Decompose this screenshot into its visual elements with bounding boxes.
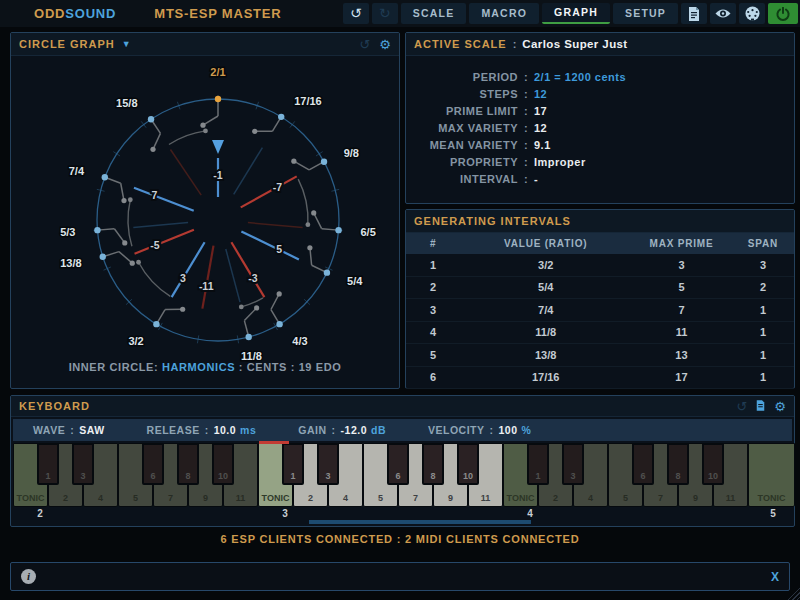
black-key-10[interactable]: 10	[212, 443, 234, 485]
note-dot[interactable]	[276, 321, 282, 327]
control-colon: :	[332, 424, 336, 436]
key-label: 4	[588, 493, 593, 503]
note-dot[interactable]	[153, 321, 159, 327]
control-release[interactable]: RELEASE:10.0ms	[147, 424, 257, 436]
scale-property-row: INTERVAL:-	[406, 170, 794, 187]
arc-end-dot	[305, 222, 310, 227]
table-cell: 1	[406, 259, 460, 271]
position-marker[interactable]	[212, 140, 224, 154]
faint-spoke	[170, 150, 201, 196]
tab-scale[interactable]: SCALE	[401, 3, 467, 24]
table-row[interactable]: 37/471	[406, 299, 794, 322]
note-dot[interactable]	[278, 114, 284, 120]
black-key-6[interactable]: 6	[142, 443, 164, 485]
logo-odd: ODD	[34, 6, 65, 21]
keyboard-scrollbar[interactable]	[309, 520, 531, 524]
note-inner-dot	[180, 307, 185, 312]
key-label: 5	[133, 493, 138, 503]
circle-graph[interactable]: -1-75-3-113-572/117/169/86/55/44/311/83/…	[11, 56, 397, 368]
tab-macro[interactable]: MACRO	[469, 3, 539, 24]
document-icon[interactable]	[681, 3, 707, 24]
note-dot[interactable]	[324, 269, 330, 275]
spoke-label: -1	[213, 169, 222, 181]
table-cell: 3	[732, 259, 794, 271]
main-tabs: SCALEMACROGRAPHSETUP	[401, 3, 678, 24]
control-wave[interactable]: WAVE:SAW	[33, 424, 105, 436]
note-dot[interactable]	[148, 116, 154, 122]
note-ratio-label: 5/3	[60, 226, 75, 238]
close-icon[interactable]: X	[771, 570, 779, 584]
black-key-1[interactable]: 1	[282, 443, 304, 485]
circle-graph-title: CIRCLE GRAPH	[19, 38, 115, 50]
property-value: 12	[534, 122, 547, 134]
octave-number: 4	[527, 508, 533, 519]
oddsound-logo: ODDSOUND	[34, 6, 116, 21]
table-cell: 7	[631, 304, 732, 316]
black-key-10[interactable]: 10	[702, 443, 724, 485]
black-key-10[interactable]: 10	[457, 443, 479, 485]
keyboard-reset-icon[interactable]: ↺	[736, 400, 747, 413]
black-key-8[interactable]: 8	[422, 443, 444, 485]
black-key-3[interactable]: 3	[317, 443, 339, 485]
eye-icon[interactable]	[710, 3, 736, 24]
control-velocity[interactable]: VELOCITY:100%	[428, 424, 531, 436]
note-dot[interactable]	[100, 254, 106, 260]
active-scale-panel: ACTIVE SCALE : Carlos Super Just PERIOD:…	[405, 32, 795, 204]
power-icon[interactable]	[768, 3, 798, 24]
table-cell: 5	[631, 281, 732, 293]
note-dot[interactable]	[102, 174, 108, 180]
tab-setup[interactable]: SETUP	[613, 3, 678, 24]
table-row[interactable]: 411/8111	[406, 322, 794, 345]
property-label: PRIME LIMIT	[406, 105, 518, 117]
keyboard-document-icon[interactable]	[756, 400, 765, 413]
black-key-3[interactable]: 3	[562, 443, 584, 485]
column-header: MAX PRIME	[631, 238, 732, 249]
scale-property-row: PERIOD:2/1 = 1200 cents	[406, 68, 794, 85]
table-row[interactable]: 617/16171	[406, 367, 794, 390]
black-key-8[interactable]: 8	[667, 443, 689, 485]
key-label: TONIC	[262, 493, 290, 503]
black-key-6[interactable]: 6	[387, 443, 409, 485]
white-key-tonic[interactable]: TONIC	[748, 443, 795, 507]
table-cell: 11	[631, 326, 732, 338]
black-key-1[interactable]: 1	[37, 443, 59, 485]
note-dot[interactable]	[321, 159, 327, 165]
keyboard-gear-icon[interactable]: ⚙	[774, 400, 786, 413]
midi-icon[interactable]	[739, 3, 765, 24]
intervals-table-header: #VALUE (RATIO)MAX PRIMESPAN	[406, 233, 794, 254]
key-label: 8	[185, 471, 190, 481]
active-scale-header: ACTIVE SCALE : Carlos Super Just	[406, 33, 794, 56]
table-row[interactable]: 25/452	[406, 277, 794, 300]
note-inner-dot	[307, 245, 312, 250]
table-row[interactable]: 13/233	[406, 254, 794, 277]
table-row[interactable]: 513/8131	[406, 344, 794, 367]
note-dot[interactable]	[335, 227, 341, 233]
undo-icon[interactable]: ↺	[343, 3, 369, 24]
active-scale-name: Carlos Super Just	[522, 38, 627, 50]
key-label: 9	[203, 493, 208, 503]
note-dot[interactable]	[215, 96, 221, 102]
control-colon: :	[205, 424, 209, 436]
mts-esp-master-window: ODDSOUND MTS-ESP MASTER ↺ ↻ SCALEMACROGR…	[0, 0, 800, 600]
note-ratio-label: 9/8	[344, 147, 359, 159]
keyboard-controls: WAVE:SAWRELEASE:10.0msGAIN:-12.0dBVELOCI…	[13, 419, 792, 441]
control-gain[interactable]: GAIN:-12.0dB	[298, 424, 386, 436]
chevron-down-icon[interactable]: ▼	[122, 39, 131, 49]
note-dot[interactable]	[246, 334, 252, 340]
interval-arc	[169, 131, 205, 145]
property-colon: :	[518, 139, 534, 151]
gear-icon[interactable]: ⚙	[379, 38, 391, 51]
logo-sound: SOUND	[65, 6, 116, 21]
table-cell: 6	[406, 371, 460, 383]
black-key-1[interactable]: 1	[527, 443, 549, 485]
note-dot[interactable]	[94, 227, 100, 233]
black-key-6[interactable]: 6	[632, 443, 654, 485]
black-key-8[interactable]: 8	[177, 443, 199, 485]
tab-graph[interactable]: GRAPH	[542, 3, 610, 24]
eye-icon-glyph	[715, 8, 731, 19]
arc-end-dot	[203, 128, 208, 133]
black-key-3[interactable]: 3	[72, 443, 94, 485]
redo-icon[interactable]: ↻	[372, 3, 398, 24]
table-cell: 4	[406, 326, 460, 338]
reset-icon[interactable]: ↺	[359, 38, 370, 51]
